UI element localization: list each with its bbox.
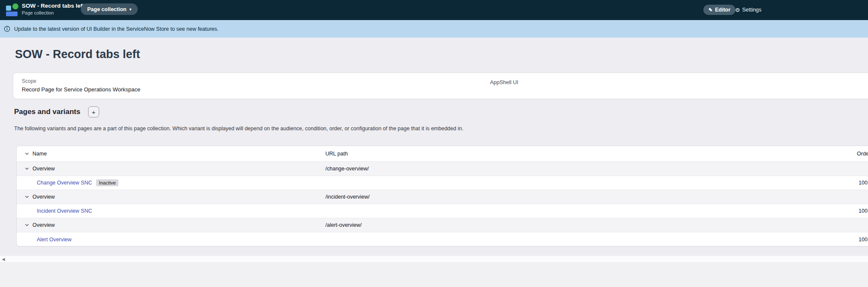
table-row-group: Overview /incident-overview/ (17, 190, 868, 204)
editor-button-label: Editor (715, 7, 730, 13)
pages-variants-table: Name URL path Order Overview /change-ove… (16, 146, 868, 246)
chevron-down-icon: ▾ (130, 7, 132, 12)
status-badge: Inactive (96, 179, 118, 186)
bottom-background (0, 263, 868, 287)
table-header-row: Name URL path Order (17, 146, 868, 162)
order-value: 100 (859, 237, 868, 243)
group-url-path: /alert-overview/ (325, 222, 362, 228)
column-header-name: Name (32, 151, 47, 157)
logo-square-icon (6, 6, 11, 11)
chevron-down-icon[interactable] (24, 166, 30, 172)
scope-label: Scope (22, 78, 36, 84)
group-url-path: /change-overview/ (325, 166, 369, 172)
appshell-ui-label: AppShell UI (490, 79, 518, 85)
top-header-bar: SOW - Record tabs left Page collection P… (0, 0, 868, 20)
page-collection-dropdown[interactable]: Page collection ▾ (81, 3, 138, 15)
section-title: Pages and variants (14, 108, 80, 116)
settings-button-label: Settings (742, 7, 762, 13)
pencil-icon: ✎ (709, 7, 712, 13)
scroll-left-arrow-icon[interactable]: ◀ (0, 256, 6, 262)
update-info-banner: Update to the latest version of UI Build… (0, 20, 868, 38)
page-variant-link[interactable]: Change Overview SNC (37, 180, 92, 186)
group-name: Overview (32, 222, 55, 228)
page-collection-dropdown-label: Page collection (87, 6, 127, 12)
table-row-page: Alert Overview 100 (17, 232, 868, 246)
table-row-page: Change Overview SNC Inactive 100 (17, 176, 868, 190)
horizontal-scrollbar[interactable]: ◀ (0, 255, 868, 263)
window-title: SOW - Record tabs left (22, 3, 84, 9)
settings-button[interactable]: ⚙ Settings (735, 5, 762, 15)
table-row-group: Overview /change-overview/ (17, 162, 868, 176)
page-title: SOW - Record tabs left (15, 48, 140, 61)
pages-and-variants-header: Pages and variants + (14, 106, 99, 117)
page-variant-link[interactable]: Alert Overview (37, 237, 71, 243)
info-icon (4, 26, 10, 32)
gear-icon: ⚙ (735, 7, 740, 13)
window-subtitle: Page collection (22, 10, 54, 15)
add-page-button[interactable]: + (88, 106, 99, 117)
ui-builder-logo (6, 3, 20, 17)
group-url-path: /incident-overview/ (325, 194, 370, 200)
chevron-down-icon[interactable] (24, 194, 30, 200)
editor-button[interactable]: ✎ Editor (703, 5, 735, 15)
scope-value: Record Page for Service Operations Works… (22, 86, 140, 93)
table-row-group: Overview /alert-overview/ (17, 218, 868, 232)
group-name: Overview (32, 194, 55, 200)
logo-circle-icon (12, 3, 18, 9)
order-value: 100 (859, 208, 868, 214)
order-value: 100 (859, 180, 868, 186)
section-description: The following variants and pages are a p… (14, 126, 464, 132)
banner-message: Update to the latest version of UI Build… (14, 26, 218, 32)
page-variant-link[interactable]: Incident Overview SNC (37, 208, 92, 214)
chevron-down-icon[interactable] (24, 222, 30, 228)
logo-bar-icon (6, 12, 18, 16)
chevron-down-icon[interactable] (24, 151, 30, 157)
column-header-url-path: URL path (325, 151, 348, 157)
table-row-page: Incident Overview SNC 100 (17, 204, 868, 218)
group-name: Overview (32, 166, 55, 172)
column-header-order: Order (857, 151, 868, 157)
scope-card: Scope Record Page for Service Operations… (13, 73, 868, 99)
